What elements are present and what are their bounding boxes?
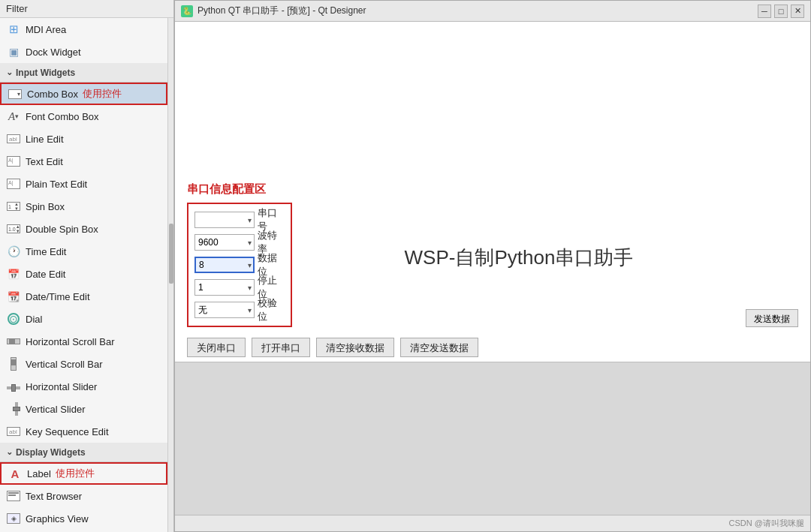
close-serial-button[interactable]: 关闭串口 [187, 338, 246, 357]
parity-select-wrapper: 无 奇 偶 [194, 302, 255, 318]
filter-label: Filter [6, 3, 28, 14]
minimize-button[interactable]: ─ [758, 5, 771, 18]
spin-box-icon: 1 ▲ ▼ [6, 199, 21, 214]
sidebar-item-label: Plain Text Edit [26, 179, 87, 190]
clear-send-button[interactable]: 清空发送数据 [400, 338, 478, 357]
vscrollbar-icon [6, 356, 21, 371]
watermark-text: CSDN @请叫我咪腿 [729, 518, 804, 529]
parity-select[interactable]: 无 奇 偶 [194, 302, 255, 318]
sidebar-item-label: Dial [26, 314, 42, 325]
sidebar-item-time-edit[interactable]: 🕐 Time Edit [0, 240, 167, 263]
open-serial-button[interactable]: 打开串口 [252, 338, 310, 357]
sidebar-item-label[interactable]: A Label 使用控件 [0, 462, 167, 485]
serial-section-title: 串口信息配置区 [187, 182, 292, 197]
time-edit-icon: 🕐 [6, 244, 21, 259]
use-tag-label: 使用控件 [56, 467, 95, 480]
data-bits-select[interactable]: 5 6 7 8 [194, 257, 255, 273]
sidebar-item-vscrollbar[interactable]: Vertical Scroll Bar [0, 353, 167, 375]
sidebar-item-label: MDI Area [26, 24, 66, 35]
sidebar-item-dock-widget[interactable]: ▣ Dock Widget [0, 41, 167, 63]
sidebar-item-date-edit[interactable]: 📅 Date Edit [0, 263, 167, 285]
sidebar-item-label: Combo Box [27, 89, 78, 100]
sidebar-item-label: Dock Widget [26, 47, 81, 58]
sidebar-item-graphics-view[interactable]: ◈ Graphics View [0, 507, 167, 530]
qt-titlebar: 🐍 Python QT 串口助手 - [预览] - Qt Designer ─ … [175, 1, 810, 22]
date-edit-icon: 📅 [6, 266, 21, 281]
sidebar-item-spin-box[interactable]: 1 ▲ ▼ Spin Box [0, 195, 167, 218]
serial-port-select[interactable]: COM1 COM2 COM3 [194, 212, 255, 228]
dock-widget-icon: ▣ [6, 44, 21, 59]
sidebar-item-double-spin-box[interactable]: 1.0 ▲ ▼ Double Spin Box [0, 218, 167, 240]
sidebar-item-text-edit[interactable]: A| Text Edit [0, 150, 167, 173]
qt-window: 🐍 Python QT 串口助手 - [预览] - Qt Designer ─ … [174, 0, 811, 532]
left-panel: Filter ⊞ MDI Area ▣ Dock Widget [0, 0, 174, 532]
baud-rate-select[interactable]: 9600 19200 38400 115200 [194, 234, 255, 251]
clear-recv-button[interactable]: 清空接收数据 [316, 338, 394, 357]
sidebar-item-vslider[interactable]: Vertical Slider [0, 398, 167, 420]
restore-button[interactable]: □ [774, 5, 788, 18]
sidebar-scrollbar[interactable] [167, 18, 173, 532]
qt-bottom-bar: CSDN @请叫我咪腿 [175, 515, 810, 531]
send-data-button[interactable]: 发送数据 [746, 309, 798, 327]
data-bits-row: 5 6 7 8 数据位 [194, 255, 285, 275]
sidebar-item-mdi-area[interactable]: ⊞ MDI Area [0, 18, 167, 41]
qt-title-text: Python QT 串口助手 - [预览] - Qt Designer [197, 5, 758, 17]
double-spin-box-icon: 1.0 ▲ ▼ [6, 221, 21, 236]
sidebar-item-label: Text Browser [26, 491, 82, 502]
sidebar-item-label: Time Edit [26, 246, 66, 257]
close-button[interactable]: ✕ [791, 5, 804, 18]
sidebar-item-label: Spin Box [26, 201, 65, 212]
sidebar-item-label: Date/Time Edit [26, 291, 90, 302]
hslider-icon [6, 379, 21, 394]
sidebar-item-label: Line Edit [26, 134, 64, 145]
sidebar-item-key-seq[interactable]: abl Key Sequence Edit [0, 420, 167, 443]
baud-rate-select-wrapper: 9600 19200 38400 115200 [194, 234, 255, 251]
qt-window-inner: 串口信息配置区 COM1 COM2 COM3 [175, 22, 810, 531]
sidebar-item-plain-text-edit[interactable]: A| Plain Text Edit [0, 173, 167, 195]
filter-header: Filter [0, 0, 173, 18]
sidebar-item-datetime-edit[interactable]: 📆 Date/Time Edit [0, 285, 167, 308]
sidebar-item-label: Graphics View [26, 513, 89, 524]
top-empty-area [175, 22, 810, 175]
sidebar-item-line-edit[interactable]: abl Line Edit [0, 128, 167, 150]
sidebar-item-hscrollbar[interactable]: Horizontal Scroll Bar [0, 330, 167, 353]
sidebar-item-label: Key Sequence Edit [26, 426, 109, 437]
text-browser-icon [6, 488, 21, 503]
sidebar-list: ⊞ MDI Area ▣ Dock Widget ⌄ Input Widgets [0, 18, 167, 532]
line-edit-icon: abl [6, 131, 21, 146]
qt-win-controls: ─ □ ✕ [758, 5, 804, 18]
sidebar-item-label: Font Combo Box [26, 111, 99, 122]
right-panel: 🐍 Python QT 串口助手 - [预览] - Qt Designer ─ … [174, 0, 811, 532]
sidebar-item-label-text: Label [27, 468, 51, 479]
stop-bits-select[interactable]: 1 1.5 2 [194, 279, 255, 296]
sidebar-item-label: Horizontal Scroll Bar [26, 336, 115, 347]
category-label: Display Widgets [16, 447, 86, 458]
sidebar-item-text-browser[interactable]: Text Browser [0, 485, 167, 507]
serial-config-box: COM1 COM2 COM3 串口号 [187, 203, 292, 327]
sidebar-item-hslider[interactable]: Horizontal Slider [0, 375, 167, 398]
data-bits-select-wrapper: 5 6 7 8 [194, 257, 255, 273]
sidebar-item-font-combo-box[interactable]: A ▾ Font Combo Box [0, 105, 167, 128]
send-data-area: 发送数据 [746, 182, 798, 333]
sidebar-item-combo-box[interactable]: ▾ Combo Box 使用控件 [0, 83, 167, 105]
sidebar-scrollbar-thumb[interactable] [169, 224, 173, 284]
stop-bits-select-wrapper: 1 1.5 2 [194, 279, 255, 296]
serial-port-row: COM1 COM2 COM3 串口号 [194, 210, 285, 230]
parity-label: 校验位 [258, 296, 285, 323]
font-combo-box-icon: A ▾ [6, 109, 21, 124]
datetime-edit-icon: 📆 [6, 289, 21, 304]
category-input-widgets: ⌄ Input Widgets [0, 63, 167, 83]
serial-config-left: 串口信息配置区 COM1 COM2 COM3 [187, 182, 292, 333]
category-label: Input Widgets [16, 68, 75, 78]
bottom-buttons-row: 关闭串口 打开串口 清空接收数据 清空发送数据 [175, 333, 810, 362]
use-tag-combo: 使用控件 [83, 87, 122, 101]
baud-rate-row: 9600 19200 38400 115200 波特率 [194, 233, 285, 252]
sidebar-item-dial[interactable]: ⊙ Dial [0, 308, 167, 330]
stop-bits-row: 1 1.5 2 停止位 [194, 278, 285, 297]
plain-text-edit-icon: A| [6, 176, 21, 191]
category-display-widgets: ⌄ Display Widgets [0, 443, 167, 462]
text-edit-icon: A| [6, 154, 21, 169]
sidebar-item-label: Vertical Scroll Bar [26, 359, 103, 370]
mdi-area-icon: ⊞ [6, 22, 21, 37]
serial-section: 串口信息配置区 COM1 COM2 COM3 [175, 175, 810, 333]
